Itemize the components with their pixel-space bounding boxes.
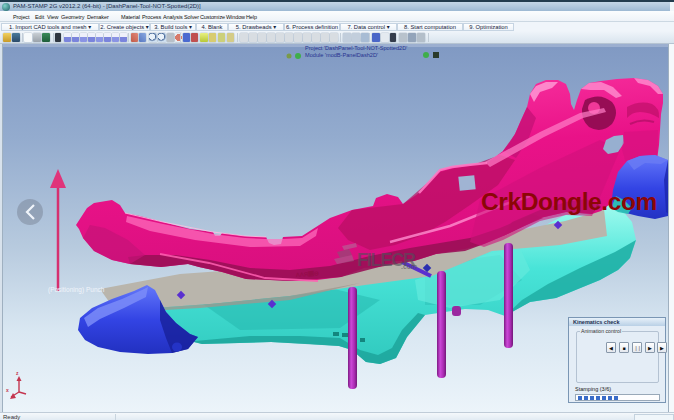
svg-text:x: x — [6, 387, 9, 393]
